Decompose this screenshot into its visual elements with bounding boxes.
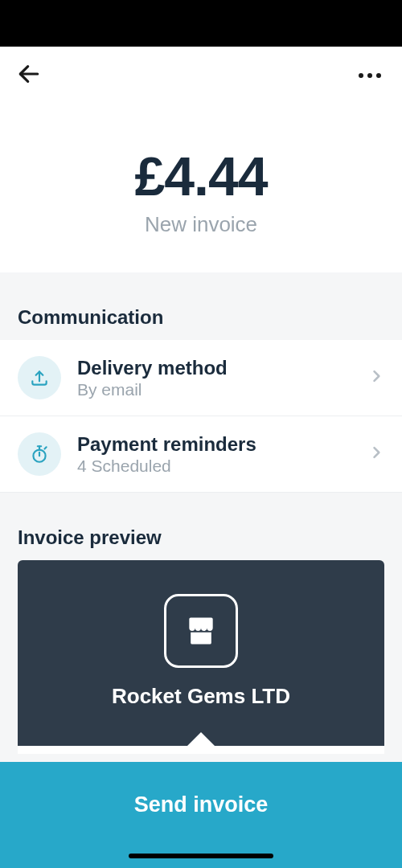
item-sub: By email [77, 380, 368, 399]
section-header-preview: Invoice preview [0, 493, 402, 560]
back-button[interactable] [16, 61, 42, 90]
invoice-preview: Rocket Gems LTD [0, 560, 402, 754]
payment-reminders-row[interactable]: Payment reminders 4 Scheduled [0, 416, 402, 493]
upload-icon [29, 367, 50, 388]
preview-card[interactable]: Rocket Gems LTD [18, 560, 384, 746]
arrow-left-icon [16, 61, 42, 87]
cta-label: Send invoice [134, 792, 269, 817]
icon-container [18, 356, 61, 399]
invoice-amount: £4.44 [0, 145, 402, 207]
nav-bar [0, 47, 402, 104]
company-name: Rocket Gems LTD [34, 684, 368, 709]
dot-icon [359, 73, 363, 78]
chevron-right-icon [368, 444, 384, 464]
home-indicator[interactable] [129, 854, 273, 858]
svg-line-6 [45, 447, 47, 448]
item-title: Payment reminders [77, 433, 368, 456]
stopwatch-icon [29, 444, 50, 465]
icon-container [18, 432, 61, 476]
notch-icon [187, 732, 215, 747]
preview-body [18, 746, 384, 754]
more-button[interactable] [359, 73, 386, 78]
chevron-right-icon [368, 368, 384, 387]
amount-section: £4.44 New invoice [0, 104, 402, 272]
item-text: Delivery method By email [77, 357, 368, 399]
storefront-icon [183, 613, 219, 649]
dot-icon [376, 73, 381, 78]
dot-icon [367, 73, 372, 78]
shop-logo-box [164, 594, 238, 668]
invoice-label: New invoice [0, 212, 402, 237]
delivery-method-row[interactable]: Delivery method By email [0, 340, 402, 416]
send-invoice-button[interactable]: Send invoice [0, 762, 402, 868]
status-bar [0, 0, 402, 47]
item-title: Delivery method [77, 357, 368, 379]
section-header-communication: Communication [0, 272, 402, 340]
item-sub: 4 Scheduled [77, 457, 368, 476]
item-text: Payment reminders 4 Scheduled [77, 433, 368, 476]
